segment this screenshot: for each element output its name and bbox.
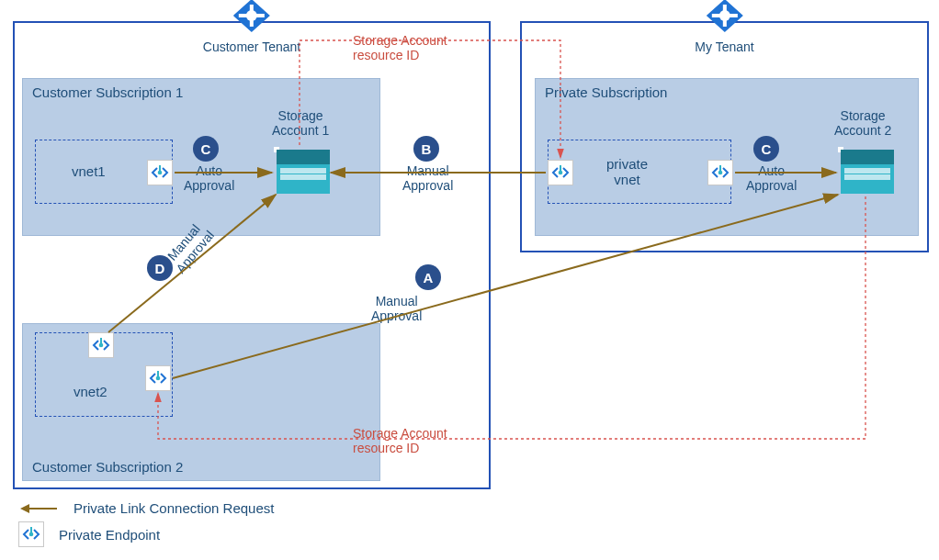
azure-ad-icon: [703, 0, 747, 34]
svg-point-14: [718, 171, 723, 175]
customer-tenant-label: Customer Tenant: [203, 39, 300, 54]
my-tenant-badge: My Tenant: [695, 0, 753, 54]
storage1-label: Storage Account 1: [272, 108, 329, 138]
manual-approval-label-a: Manual Approval: [371, 294, 422, 323]
private-endpoint-icon: [18, 521, 44, 547]
customer-tenant-badge: Customer Tenant: [203, 0, 300, 54]
svg-point-8: [99, 343, 104, 348]
sub-title-private: Private Subscription: [545, 84, 667, 100]
legend-connection-label: Private Link Connection Request: [74, 500, 274, 516]
vnet1-label: vnet1: [72, 163, 106, 179]
auto-approval-label: Auto Approval: [184, 163, 234, 193]
resource-id-label: Storage Account resource ID: [353, 426, 447, 455]
badge-c: C: [753, 136, 779, 162]
svg-point-22: [29, 532, 34, 537]
manual-approval-label: Manual Approval: [402, 163, 453, 193]
storage-account-1-icon: [274, 147, 279, 152]
storage2-label: Storage Account 2: [834, 108, 891, 138]
badge-c: C: [193, 136, 219, 162]
my-tenant-label: My Tenant: [695, 39, 753, 54]
svg-point-6: [158, 171, 163, 175]
svg-rect-2: [239, 14, 265, 17]
svg-point-12: [559, 171, 563, 175]
auto-approval-label: Auto Approval: [746, 163, 797, 193]
legend-endpoint-label: Private Endpoint: [59, 527, 160, 543]
azure-ad-icon: [230, 0, 274, 34]
resource-id-label: Storage Account resource ID: [353, 33, 447, 62]
private-vnet-label: private vnet: [606, 156, 648, 187]
legend-endpoint: Private Endpoint: [18, 521, 274, 547]
legend: Private Link Connection Request Private …: [18, 495, 274, 553]
sub-title-cust2: Customer Subscription 2: [32, 459, 183, 475]
storage-account-2-icon: [838, 147, 843, 152]
badge-a: A: [415, 264, 441, 290]
legend-connection: Private Link Connection Request: [18, 500, 274, 516]
private-endpoint-icon: [88, 332, 114, 358]
svg-rect-5: [712, 14, 738, 17]
vnet2-label: vnet2: [74, 384, 107, 399]
private-endpoint-icon: [147, 160, 173, 185]
private-endpoint-icon: [548, 160, 573, 185]
sub-title-cust1: Customer Subscription 1: [32, 84, 183, 100]
badge-b: B: [413, 136, 439, 162]
private-endpoint-icon: [145, 365, 171, 391]
svg-point-10: [156, 376, 161, 381]
private-endpoint-icon: [707, 160, 733, 185]
